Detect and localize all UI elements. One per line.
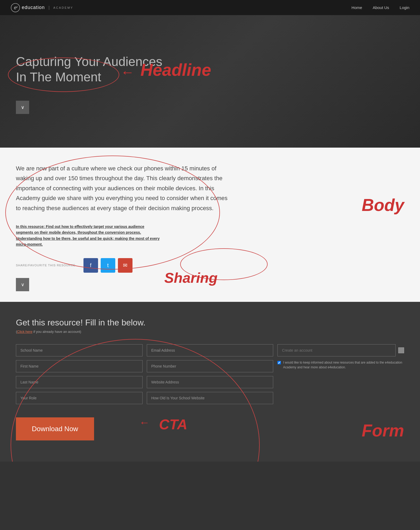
form-col-2 (147, 344, 273, 404)
chevron-down-icon: ∨ (21, 104, 24, 110)
how-old-input[interactable] (147, 392, 273, 404)
brand-name: education (22, 5, 45, 10)
body-scroll-button[interactable]: ∨ (16, 278, 29, 291)
hero-headline: Capturing Your Audiences In The Moment (16, 54, 175, 85)
nav-home[interactable]: Home (352, 5, 362, 10)
newsletter-checkbox-label: I would like to keep informed about new … (277, 360, 404, 370)
form-title: Get this resource! Fill in the below. (16, 318, 404, 328)
annotation-body-label: Body (362, 195, 404, 215)
form-col-1 (16, 344, 143, 404)
annotation-cta-arrow: ← (139, 417, 150, 429)
form-grid: I would like to keep informed about new … (16, 344, 404, 404)
email-address-input[interactable] (147, 344, 273, 356)
chevron-down-icon-2: ∨ (21, 282, 24, 288)
nav-login[interactable]: Login (400, 5, 409, 10)
annotation-form-label: Form (362, 421, 404, 440)
download-button[interactable]: Download Now (16, 417, 94, 440)
logo-divider: | (48, 5, 50, 10)
phone-number-input[interactable] (147, 360, 273, 372)
share-facebook-button[interactable]: f (83, 258, 98, 273)
share-email-button[interactable]: ✉ (118, 258, 132, 273)
newsletter-label-text: I would like to keep informed about new … (283, 360, 404, 370)
logo-academy: ACADEMY (53, 6, 73, 9)
logo-text: education (22, 5, 45, 10)
header: e 4 education | ACADEMY Home About Us Lo… (0, 0, 420, 15)
share-label: SHARE/FAVOURITE THIS RESOURCE (16, 264, 76, 267)
email-icon: ✉ (123, 262, 127, 268)
twitter-icon: t (107, 262, 109, 268)
hero-section: ← Headline Capturing Your Audiences In T… (0, 15, 420, 148)
newsletter-checkbox[interactable] (277, 361, 281, 364)
first-name-input[interactable] (16, 360, 143, 372)
body-paragraph: We are now part of a culture where we ch… (16, 164, 228, 213)
create-account-row (277, 344, 404, 356)
logo: e 4 education | ACADEMY (11, 3, 73, 12)
svg-text:4: 4 (16, 6, 18, 8)
annotation-cta-label: CTA (159, 416, 187, 432)
form-col-3: I would like to keep informed about new … (277, 344, 404, 404)
main-nav: Home About Us Login (352, 5, 409, 10)
subtitle-link[interactable]: Click here (17, 330, 32, 334)
form-section: Form CTA ← Get this resource! Fill in th… (0, 302, 420, 462)
create-account-checkbox[interactable] (398, 347, 404, 353)
share-twitter-button[interactable]: t (101, 258, 115, 273)
nav-about[interactable]: About Us (373, 5, 389, 10)
body-section: Body Sharing We are now part of a cultur… (0, 148, 420, 302)
hero-scroll-button[interactable]: ∨ (16, 101, 29, 114)
school-name-input[interactable] (16, 344, 143, 356)
logo-icon: e 4 (11, 3, 20, 12)
your-role-input[interactable] (16, 392, 143, 404)
website-address-input[interactable] (147, 376, 273, 388)
subtitle-post: if you already have an account) (32, 330, 81, 334)
last-name-input[interactable] (16, 376, 143, 388)
form-subtitle: (Click here if you already have an accou… (16, 330, 404, 334)
share-row: SHARE/FAVOURITE THIS RESOURCE f t ✉ (16, 258, 404, 273)
create-account-input[interactable] (277, 344, 396, 356)
facebook-icon: f (90, 262, 92, 268)
body-summary: In this resource: Find out how to effect… (16, 224, 162, 248)
